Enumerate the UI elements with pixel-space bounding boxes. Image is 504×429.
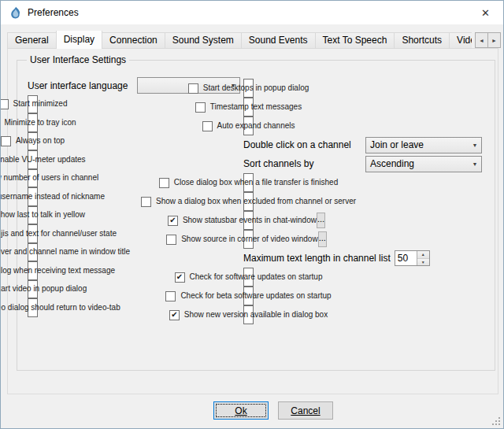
- preferences-window: Preferences ✕ GeneralDisplayConnectionSo…: [0, 0, 504, 429]
- auto-expand-channels-checkbox[interactable]: [202, 121, 213, 131]
- show-source-in-corner-of-video-window-checkbox[interactable]: [166, 235, 176, 245]
- row-show-new-version-available-in-dialog-box: ✔Show new version available in dialog bo…: [243, 305, 254, 324]
- show-statusbar-events-in-chat-window-checkbox[interactable]: ✔: [168, 216, 178, 226]
- spin-down-icon[interactable]: ▼: [417, 259, 429, 266]
- tab-bar: GeneralDisplayConnectionSound SystemSoun…: [7, 31, 472, 49]
- close-dialog-box-when-a-file-transfer-is-finished-checkbox[interactable]: [159, 178, 169, 188]
- row-check-for-beta-software-updates-on-startup: Check for beta software updates on start…: [243, 287, 254, 305]
- sort-channels-by-label: Sort channels by: [243, 158, 313, 169]
- app-icon: [8, 6, 21, 20]
- user-interface-language-label: User interface language: [28, 80, 128, 91]
- window-title: Preferences: [28, 7, 79, 18]
- row-close-dialog-box-when-a-file-transfer-is-finished: Close dialog box when a file transfer is…: [243, 173, 254, 192]
- show-new-version-available-in-dialog-box-checkbox[interactable]: ✔: [169, 310, 180, 320]
- double-click-on-a-channel-label: Double click on a channel: [243, 139, 351, 150]
- chevron-down-icon: ▼: [469, 142, 481, 148]
- tab-scroll-left-button[interactable]: ◄: [475, 32, 488, 48]
- row-show-a-dialog-box-when-excluded-from-channel-or-server: Show a dialog box when excluded from cha…: [243, 192, 254, 211]
- closed-video-dialog-should-return-to-video-tab-label: Closed video dialog should return to vid…: [0, 304, 120, 312]
- user-interface-settings-group: User Interface Settings User interface l…: [17, 60, 495, 371]
- start-minimized-label: Start minimized: [13, 100, 68, 108]
- tab-scroll-right-icon: ►: [491, 38, 497, 43]
- tab-scroll-left-icon: ◄: [479, 38, 484, 43]
- row-minimize-to-tray-icon: Minimize to tray icon: [28, 113, 38, 132]
- row-always-on-top: Always on top: [28, 132, 38, 151]
- tab-connection[interactable]: Connection: [102, 32, 165, 49]
- dropdown-value: Ascending: [366, 158, 469, 169]
- show-number-of-users-in-channel-label: Show number of users in channel: [0, 174, 98, 182]
- spin-up-icon[interactable]: ▲: [417, 251, 429, 259]
- show-a-dialog-box-when-excluded-from-channel-or-server-label: Show a dialog box when excluded from cha…: [156, 198, 356, 205]
- tab-shortcuts[interactable]: Shortcuts: [394, 32, 450, 49]
- row-double-click-on-a-channel: Double click on a channelJoin or leave▼: [243, 135, 493, 154]
- check-for-beta-software-updates-on-startup-label: Check for beta software updates on start…: [180, 292, 331, 300]
- row-check-for-software-updates-on-startup: ✔Check for software updates on startup: [243, 268, 254, 287]
- row-start-video-in-popup-dialog: Start video in popup dialog: [28, 280, 38, 299]
- chevron-down-icon: ▼: [469, 161, 481, 167]
- row-show-source-in-corner-of-video-window: Show source in corner of video window...: [243, 230, 254, 249]
- spinbox-buttons: ▲▼: [417, 251, 429, 265]
- row-auto-expand-channels: Auto expand channels: [243, 116, 254, 135]
- tab-general[interactable]: General: [7, 32, 57, 49]
- show-source-in-corner-of-video-window-more-button[interactable]: ...: [318, 231, 327, 247]
- row-show-statusbar-events-in-chat-window: ✔Show statusbar events in chat-window...: [243, 211, 254, 230]
- close-icon: ✕: [481, 7, 490, 19]
- minimize-to-tray-icon-label: Minimize to tray icon: [4, 119, 76, 127]
- show-statusbar-events-in-chat-window-label: Show statusbar events in chat-window: [183, 216, 317, 224]
- ok-button[interactable]: Ok: [213, 401, 269, 420]
- maximum-text-length-in-channel-list-label: Maximum text length in channel list: [243, 253, 391, 264]
- titlebar: Preferences ✕: [1, 1, 503, 24]
- row-sort-channels-by: Sort channels byAscending▼: [243, 154, 493, 173]
- show-source-in-corner-of-video-window-label: Show source in corner of video window: [181, 235, 317, 243]
- resize-grip[interactable]: [490, 415, 500, 425]
- close-dialog-box-when-a-file-transfer-is-finished-label: Close dialog box when a file transfer is…: [174, 179, 338, 187]
- maximum-text-length-in-channel-list-spinbox: 50▲▼: [395, 250, 430, 266]
- tab-display[interactable]: Display: [56, 31, 102, 49]
- start-desktops-in-popup-dialog-checkbox[interactable]: [188, 83, 198, 94]
- timestamp-text-messages-label: Timestamp text messages: [210, 103, 302, 111]
- close-button[interactable]: ✕: [468, 1, 503, 24]
- group-title: User Interface Settings: [27, 54, 129, 66]
- show-last-to-talk-in-yellow-label: Show last to talk in yellow: [0, 211, 85, 219]
- start-desktops-in-popup-dialog-label: Start desktops in popup dialog: [203, 84, 309, 92]
- show-both-server-and-channel-name-in-window-title-label: Show both server and channel name in win…: [0, 248, 130, 256]
- always-on-top-label: Always on top: [16, 137, 65, 145]
- tab-text-to-speech[interactable]: Text To Speech: [315, 32, 395, 49]
- check-for-software-updates-on-startup-checkbox[interactable]: ✔: [175, 272, 185, 283]
- cancel-button[interactable]: Cancel: [278, 401, 333, 420]
- row-show-both-server-and-channel-name-in-window-title: ✔Show both server and channel name in wi…: [28, 243, 38, 262]
- tab-sound-events[interactable]: Sound Events: [241, 32, 316, 49]
- auto-expand-channels-label: Auto expand channels: [217, 122, 295, 130]
- row-start-desktops-in-popup-dialog: Start desktops in popup dialog: [243, 79, 254, 98]
- row-closed-video-dialog-should-return-to-video-tab: ✔Closed video dialog should return to vi…: [28, 298, 38, 317]
- spinbox-value[interactable]: 50: [395, 251, 417, 265]
- right-column: Start desktops in popup dialogTimestamp …: [243, 79, 493, 324]
- tab-scroll-right-button[interactable]: ►: [487, 32, 501, 48]
- check-for-beta-software-updates-on-startup-checkbox[interactable]: [165, 291, 176, 301]
- tab-video[interactable]: Video: [449, 32, 472, 49]
- row-show-username-instead-of-nickname: Show username instead of nickname: [28, 187, 38, 206]
- check-for-software-updates-on-startup-label: Check for software updates on startup: [190, 273, 323, 281]
- row-show-last-to-talk-in-yellow: ✔Show last to talk in yellow: [28, 206, 38, 225]
- show-new-version-available-in-dialog-box-label: Show new version available in dialog box: [184, 311, 328, 319]
- tab-scroll-control: ◄ ►: [476, 32, 501, 48]
- row-start-minimized: Start minimized: [28, 95, 38, 114]
- show-username-instead-of-nickname-label: Show username instead of nickname: [0, 193, 105, 201]
- row-enable-vu-meter-updates: ✔Enable VU-meter updates: [28, 150, 38, 169]
- always-on-top-checkbox[interactable]: [1, 136, 11, 146]
- timestamp-text-messages-checkbox[interactable]: [195, 102, 206, 113]
- row-maximum-text-length-in-channel-list: Maximum text length in channel list50▲▼: [243, 249, 493, 268]
- dropdown-value: Join or leave: [366, 139, 469, 150]
- row-timestamp-text-messages: Timestamp text messages: [243, 98, 254, 116]
- show-a-dialog-box-when-excluded-from-channel-or-server-checkbox[interactable]: [141, 197, 151, 207]
- tab-sound-system[interactable]: Sound System: [165, 32, 242, 49]
- start-minimized-checkbox[interactable]: [0, 99, 9, 109]
- sort-channels-by-dropdown[interactable]: Ascending▼: [365, 156, 482, 172]
- show-emojis-and-text-for-channel-user-state-label: Show emojis and text for channel/user st…: [0, 230, 117, 238]
- row-show-number-of-users-in-channel: ✔Show number of users in channel: [28, 169, 38, 188]
- row-popup-dialog-when-receiving-text-message: ✔Popup dialog when receiving text messag…: [28, 261, 38, 280]
- popup-dialog-when-receiving-text-message-label: Popup dialog when receiving text message: [0, 267, 115, 275]
- double-click-on-a-channel-dropdown[interactable]: Join or leave▼: [365, 137, 482, 153]
- show-statusbar-events-in-chat-window-more-button[interactable]: ...: [317, 213, 325, 228]
- start-video-in-popup-dialog-label: Start video in popup dialog: [0, 285, 87, 293]
